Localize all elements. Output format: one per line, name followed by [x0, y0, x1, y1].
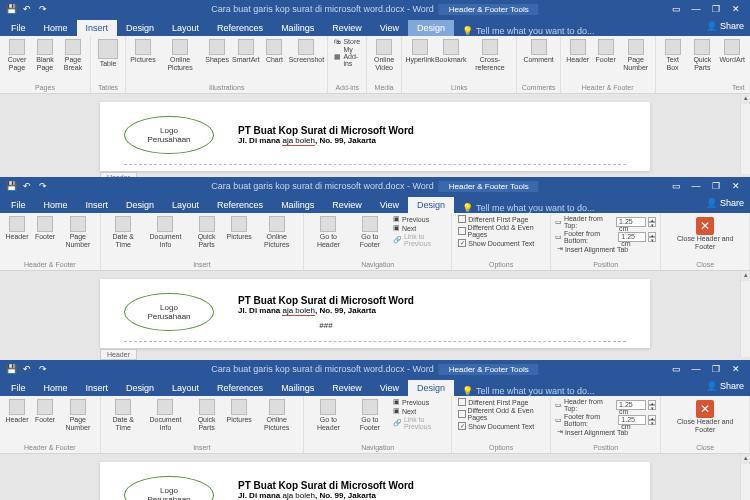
close-hf-button[interactable]: ✕ Close Header and Footer: [665, 215, 745, 253]
tab-mailings[interactable]: Mailings: [272, 20, 323, 36]
scroll-up-icon[interactable]: ▴: [741, 454, 750, 464]
scroll-up-icon[interactable]: ▴: [741, 271, 750, 281]
tab-review[interactable]: Review: [323, 380, 371, 396]
online-pictures-button[interactable]: Online Pictures: [254, 215, 299, 250]
restore-icon[interactable]: ❐: [708, 4, 724, 14]
hf-footer-button[interactable]: Footer: [32, 215, 58, 242]
tab-file[interactable]: File: [2, 197, 35, 213]
undo-icon[interactable]: ↶: [22, 364, 32, 374]
online-pictures-button[interactable]: Online Pictures: [254, 398, 299, 433]
tab-insert[interactable]: Insert: [77, 380, 118, 396]
tab-insert[interactable]: Insert: [77, 197, 118, 213]
ribbon-opts-icon[interactable]: ▭: [668, 364, 684, 374]
screenshot-button[interactable]: Screenshot: [289, 38, 323, 65]
hf-header-button[interactable]: Header: [4, 215, 30, 242]
ribbon-opts-icon[interactable]: ▭: [668, 181, 684, 191]
tab-home[interactable]: Home: [35, 380, 77, 396]
comment-button[interactable]: Comment: [521, 38, 555, 65]
document-page[interactable]: LogoPerusahaan PT Buat Kop Surat di Micr…: [100, 462, 650, 500]
scroll-up-icon[interactable]: ▴: [741, 94, 750, 104]
diff-oddeven-checkbox[interactable]: Different Odd & Even Pages: [456, 224, 546, 238]
share-button[interactable]: 👤 Share: [706, 21, 744, 31]
tab-view[interactable]: View: [371, 380, 408, 396]
tab-layout[interactable]: Layout: [163, 197, 208, 213]
bookmark-button[interactable]: Bookmark: [436, 38, 466, 65]
undo-icon[interactable]: ↶: [22, 181, 32, 191]
pictures-button[interactable]: Pictures: [226, 215, 252, 242]
goto-header-button[interactable]: Go to Header: [308, 215, 349, 250]
hyperlink-button[interactable]: Hyperlink: [406, 38, 434, 65]
tab-insert[interactable]: Insert: [77, 20, 118, 36]
tab-design[interactable]: Design: [117, 380, 163, 396]
textbox-button[interactable]: Text Box: [660, 38, 686, 73]
footer-bottom-field[interactable]: ▭ Footer from Bottom:1.25 cm▴▾: [555, 230, 656, 244]
align-tab-button[interactable]: ⇥ Insert Alignment Tab: [555, 245, 656, 253]
document-page[interactable]: LogoPerusahaan PT Buat Kop Surat di Micr…: [100, 102, 650, 171]
tab-home[interactable]: Home: [35, 20, 77, 36]
datetime-button[interactable]: Date & Time: [105, 215, 142, 250]
quickparts-button[interactable]: Quick Parts: [189, 398, 224, 433]
previous-button[interactable]: ▣ Previous: [391, 398, 447, 406]
header-tag[interactable]: Header: [100, 349, 137, 360]
page-break-button[interactable]: Page Break: [60, 38, 86, 73]
tab-hf-design[interactable]: Design: [408, 197, 454, 213]
close-window-icon[interactable]: ✕: [728, 364, 744, 374]
redo-icon[interactable]: ↷: [38, 181, 48, 191]
minimize-icon[interactable]: —: [688, 364, 704, 374]
tab-mailings[interactable]: Mailings: [272, 380, 323, 396]
pictures-button[interactable]: Pictures: [130, 38, 156, 65]
tab-file[interactable]: File: [2, 380, 35, 396]
ribbon-opts-icon[interactable]: ▭: [668, 4, 684, 14]
docinfo-button[interactable]: Document Info: [144, 215, 187, 250]
redo-icon[interactable]: ↷: [38, 4, 48, 14]
hf-footer-button[interactable]: Footer: [32, 398, 58, 425]
header-top-field[interactable]: ▭ Header from Top:1.25 cm▴▾: [555, 215, 656, 229]
tab-layout[interactable]: Layout: [163, 20, 208, 36]
save-icon[interactable]: 💾: [6, 364, 16, 374]
scrollbar[interactable]: ▴: [740, 271, 750, 357]
tab-hf-design[interactable]: Design: [408, 20, 454, 36]
scrollbar[interactable]: ▴: [740, 454, 750, 500]
tab-hf-design[interactable]: Design: [408, 380, 454, 396]
page-number-button[interactable]: Page Number: [621, 38, 651, 73]
redo-icon[interactable]: ↷: [38, 364, 48, 374]
blank-page-button[interactable]: Blank Page: [32, 38, 58, 73]
next-button[interactable]: ▣ Next: [391, 407, 447, 415]
scrollbar[interactable]: ▴: [740, 94, 750, 174]
tab-layout[interactable]: Layout: [163, 380, 208, 396]
my-addins-button[interactable]: ▦My Add-ins: [332, 46, 362, 67]
datetime-button[interactable]: Date & Time: [105, 398, 142, 433]
tab-home[interactable]: Home: [35, 197, 77, 213]
tell-me[interactable]: 💡Tell me what you want to do...: [462, 203, 595, 213]
diff-first-checkbox[interactable]: Different First Page: [456, 215, 546, 223]
minimize-icon[interactable]: —: [688, 181, 704, 191]
tell-me[interactable]: 💡Tell me what you want to do...: [462, 26, 595, 36]
goto-footer-button[interactable]: Go to Footer: [351, 215, 389, 250]
show-doc-checkbox[interactable]: ✓Show Document Text: [456, 239, 546, 247]
wordart-button[interactable]: WordArt: [719, 38, 745, 65]
header-button[interactable]: Header: [565, 38, 591, 65]
tab-references[interactable]: References: [208, 197, 272, 213]
online-video-button[interactable]: Online Video: [371, 38, 397, 73]
hf-pagenum-button[interactable]: Page Number: [60, 215, 96, 250]
link-previous-button[interactable]: 🔗 Link to Previous: [391, 233, 447, 247]
tab-references[interactable]: References: [208, 20, 272, 36]
shapes-button[interactable]: Shapes: [204, 38, 230, 65]
pictures-button[interactable]: Pictures: [226, 398, 252, 425]
footer-bottom-field[interactable]: ▭ Footer from Bottom:1.25 cm▴▾: [555, 413, 656, 427]
tab-view[interactable]: View: [371, 20, 408, 36]
quickparts-button[interactable]: Quick Parts: [189, 215, 224, 250]
tab-view[interactable]: View: [371, 197, 408, 213]
tab-review[interactable]: Review: [323, 20, 371, 36]
tell-me[interactable]: 💡Tell me what you want to do...: [462, 386, 595, 396]
online-pictures-button[interactable]: Online Pictures: [158, 38, 202, 73]
link-previous-button[interactable]: 🔗 Link to Previous: [391, 416, 447, 430]
share-button[interactable]: 👤 Share: [706, 198, 744, 208]
show-doc-checkbox[interactable]: ✓Show Document Text: [456, 422, 546, 430]
hf-header-button[interactable]: Header: [4, 398, 30, 425]
restore-icon[interactable]: ❐: [708, 181, 724, 191]
share-button[interactable]: 👤 Share: [706, 381, 744, 391]
restore-icon[interactable]: ❐: [708, 364, 724, 374]
smartart-button[interactable]: SmartArt: [232, 38, 259, 65]
close-window-icon[interactable]: ✕: [728, 181, 744, 191]
